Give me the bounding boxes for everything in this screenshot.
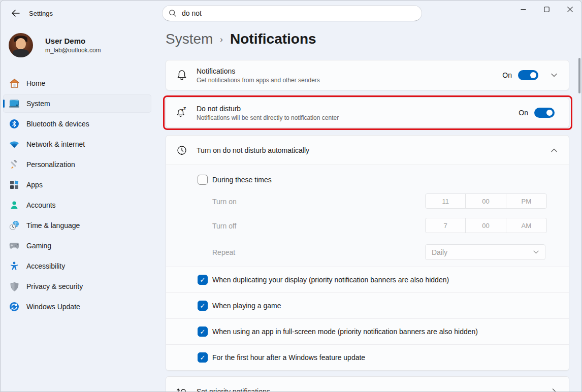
sidebar-item-network-internet[interactable]: Network & internet [3, 135, 151, 153]
sidebar-item-label: Personalization [26, 160, 75, 169]
fullscreen-app-checkbox[interactable]: ✓ [198, 326, 208, 337]
sidebar-item-accounts[interactable]: Accounts [3, 196, 151, 214]
sidebar-item-gaming[interactable]: Gaming [3, 237, 151, 255]
notifications-card[interactable]: Notifications Get notifications from app… [166, 60, 569, 90]
turn-on-time-picker[interactable]: 11 00 PM [425, 193, 547, 209]
feature-update-checkbox[interactable]: ✓ [198, 352, 208, 363]
breadcrumb-separator: › [220, 35, 223, 45]
close-icon [567, 7, 573, 12]
bell-icon [175, 69, 188, 81]
dnd-subtitle: Notifications will be sent directly to n… [197, 114, 519, 121]
playing-game-label: When playing a game [212, 302, 281, 310]
auto-dnd-header[interactable]: Turn on do not disturb automatically [166, 136, 569, 165]
breadcrumb-system[interactable]: System [166, 31, 213, 47]
accessibility-icon [9, 261, 19, 271]
turn-off-hour[interactable]: 7 [426, 218, 466, 233]
notifications-title: Notifications [197, 67, 502, 75]
priority-notifications-card[interactable]: Set priority notifications [166, 376, 569, 392]
duplicating-display-label: When duplicating your display (priority … [212, 276, 449, 284]
feature-update-label: For the first hour after a Windows featu… [212, 353, 365, 362]
turn-on-label: Turn on [212, 198, 237, 206]
windows-update-icon [9, 302, 19, 312]
sidebar: User Demo m_lab@outlook.com Home System [1, 25, 158, 392]
turn-off-time-picker[interactable]: 7 00 AM [425, 218, 547, 233]
svg-text:Z: Z [183, 107, 186, 111]
during-times-label: During these times [212, 176, 272, 184]
back-arrow-icon [11, 9, 20, 17]
dnd-title: Do not disturb [197, 105, 519, 113]
sidebar-item-system[interactable]: System [3, 94, 151, 113]
dnd-toggle-label: On [519, 109, 528, 117]
notifications-toggle[interactable] [518, 70, 538, 80]
notifications-subtitle: Get notifications from apps and other se… [197, 77, 502, 84]
accounts-icon [9, 200, 19, 210]
bell-sleep-icon: zZ [175, 107, 188, 119]
user-profile[interactable]: User Demo m_lab@outlook.com [9, 33, 101, 57]
during-times-section: During these times Turn on 11 00 PM Turn… [166, 165, 569, 267]
sidebar-item-windows-update[interactable]: Windows Update [3, 298, 151, 316]
auto-dnd-title: Turn on do not disturb automatically [197, 146, 538, 154]
network-icon [9, 139, 19, 149]
repeat-value: Daily [432, 248, 447, 256]
chevron-right-icon [547, 388, 561, 392]
dnd-toggle[interactable] [534, 108, 555, 118]
sidebar-item-personalization[interactable]: Personalization [3, 155, 151, 174]
duplicating-display-checkbox[interactable]: ✓ [198, 275, 208, 285]
do-not-disturb-card[interactable]: zZ Do not disturb Notifications will be … [166, 97, 569, 128]
avatar [9, 33, 33, 57]
app-title: Settings [29, 10, 53, 17]
turn-on-ampm[interactable]: PM [506, 194, 546, 208]
repeat-dropdown[interactable]: Daily [425, 244, 545, 260]
apps-icon [9, 180, 19, 190]
personalization-icon [9, 159, 19, 170]
chevron-down-icon[interactable] [547, 73, 561, 77]
minimize-icon [521, 7, 526, 12]
title-bar: Settings [1, 1, 581, 25]
user-name: User Demo [45, 37, 101, 45]
scrollbar-thumb[interactable] [578, 58, 580, 93]
sidebar-item-time-language[interactable]: Time & language [3, 216, 151, 235]
sidebar-item-apps[interactable]: Apps [3, 176, 151, 194]
close-button[interactable] [558, 1, 581, 18]
turn-on-minute[interactable]: 00 [466, 194, 506, 208]
settings-window: Settings User Demo [0, 0, 582, 392]
turn-off-label: Turn off [212, 222, 236, 230]
dnd-rule-row[interactable]: ✓ For the first hour after a Windows fea… [166, 344, 569, 370]
sidebar-item-label: Accessibility [26, 262, 65, 270]
sidebar-item-label: Privacy & security [26, 282, 83, 290]
page-title: Notifications [230, 31, 316, 47]
sidebar-nav: Home System Bluetooth & devices Network … [3, 74, 151, 318]
breadcrumb: System › Notifications [166, 31, 316, 47]
dnd-rule-row[interactable]: ✓ When duplicating your display (priorit… [166, 267, 569, 292]
sidebar-item-label: Time & language [26, 221, 80, 230]
minimize-button[interactable] [511, 1, 535, 18]
turn-off-minute[interactable]: 00 [466, 218, 506, 233]
playing-game-checkbox[interactable]: ✓ [198, 301, 208, 311]
turn-off-ampm[interactable]: AM [506, 218, 546, 233]
sidebar-item-label: Gaming [26, 242, 51, 250]
dnd-rule-row[interactable]: ✓ When using an app in full-screen mode … [166, 318, 569, 344]
maximize-button[interactable] [535, 1, 558, 18]
search-box[interactable] [162, 5, 422, 21]
sidebar-item-label: Windows Update [26, 303, 80, 311]
search-input[interactable] [182, 9, 415, 17]
back-button[interactable] [8, 7, 24, 19]
gaming-icon [9, 241, 19, 251]
dnd-rule-row[interactable]: ✓ When playing a game [166, 292, 569, 318]
sidebar-item-home[interactable]: Home [3, 74, 151, 92]
turn-on-hour[interactable]: 11 [426, 194, 466, 208]
repeat-label: Repeat [212, 248, 235, 256]
chevron-up-icon[interactable] [547, 148, 561, 152]
sidebar-item-label: Network & internet [26, 140, 85, 148]
sidebar-item-label: System [26, 100, 50, 108]
chevron-down-icon [533, 250, 539, 254]
sidebar-item-label: Home [26, 79, 45, 87]
sidebar-item-label: Bluetooth & devices [26, 120, 89, 128]
during-times-checkbox[interactable] [198, 175, 208, 185]
search-icon [169, 9, 177, 17]
notifications-toggle-label: On [502, 71, 512, 79]
sidebar-item-bluetooth-devices[interactable]: Bluetooth & devices [3, 115, 151, 133]
privacy-shield-icon [9, 281, 19, 291]
sidebar-item-accessibility[interactable]: Accessibility [3, 257, 151, 275]
sidebar-item-privacy-security[interactable]: Privacy & security [3, 277, 151, 296]
